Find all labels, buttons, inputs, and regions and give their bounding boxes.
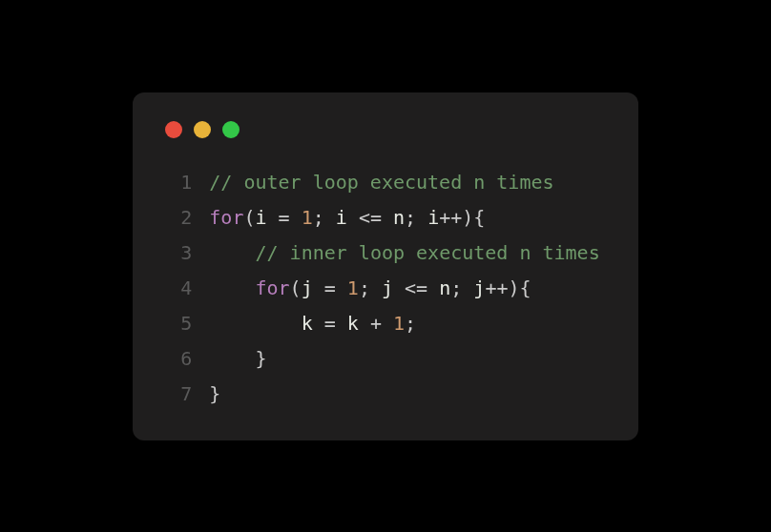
code-area[interactable]: 1// outer loop executed n times2for(i = …	[161, 165, 599, 412]
token-plain	[267, 206, 279, 229]
token-num: 1	[347, 276, 359, 299]
token-plain	[313, 276, 324, 299]
line-number: 5	[161, 306, 192, 341]
token-plain	[359, 312, 370, 335]
token-op: =	[279, 206, 290, 229]
maximize-icon[interactable]	[222, 121, 240, 138]
token-var: k	[347, 312, 359, 335]
token-plain	[416, 206, 427, 229]
token-semi: ;	[405, 206, 416, 229]
token-num: 1	[393, 312, 405, 335]
token-op: <=	[405, 276, 427, 299]
token-keyword: for	[209, 206, 243, 229]
token-num: 1	[302, 206, 313, 229]
code-content: // inner loop executed n times	[209, 235, 599, 271]
token-plain	[336, 276, 347, 299]
token-brace: }	[209, 382, 220, 405]
token-var: n	[439, 276, 450, 299]
token-plain	[347, 206, 359, 229]
token-plain	[324, 206, 336, 229]
token-op: ++	[439, 206, 462, 229]
token-paren: (	[290, 276, 302, 299]
code-line: 3 // inner loop executed n times	[161, 235, 599, 271]
code-line: 7}	[161, 377, 599, 412]
token-plain	[370, 276, 382, 299]
token-plain	[462, 276, 473, 299]
token-var: i	[255, 206, 266, 229]
token-var: i	[427, 206, 439, 229]
code-line: 5 k = k + 1;	[161, 306, 599, 341]
line-number: 7	[161, 377, 192, 412]
token-plain	[290, 206, 302, 229]
line-number: 3	[161, 235, 192, 271]
token-brace: {	[473, 206, 485, 229]
token-op: =	[324, 276, 336, 299]
minimize-icon[interactable]	[194, 121, 211, 138]
code-content: }	[209, 341, 266, 377]
token-comment: // outer loop executed n times	[209, 171, 553, 194]
token-op: =	[324, 312, 336, 335]
code-content: for(i = 1; i <= n; i++){	[209, 200, 485, 235]
token-var: j	[302, 276, 313, 299]
line-number: 4	[161, 271, 192, 306]
token-paren: )	[508, 276, 519, 299]
token-var: i	[336, 206, 347, 229]
line-number: 2	[161, 200, 192, 235]
code-line: 1// outer loop executed n times	[161, 165, 599, 200]
token-semi: ;	[405, 312, 416, 335]
token-brace: {	[520, 276, 531, 299]
token-var: k	[302, 312, 313, 335]
token-var: n	[393, 206, 405, 229]
window-controls	[165, 121, 599, 138]
token-paren: (	[243, 206, 255, 229]
token-semi: ;	[359, 276, 370, 299]
token-comment: // inner loop executed n times	[255, 241, 599, 264]
token-keyword: for	[255, 276, 289, 299]
code-line: 4 for(j = 1; j <= n; j++){	[161, 271, 599, 306]
code-content: for(j = 1; j <= n; j++){	[209, 271, 531, 306]
code-content: }	[209, 377, 220, 412]
token-brace: }	[255, 347, 266, 370]
code-line: 2for(i = 1; i <= n; i++){	[161, 200, 599, 235]
token-semi: ;	[313, 206, 324, 229]
token-plain	[382, 312, 393, 335]
token-plain	[336, 312, 347, 335]
token-plain	[313, 312, 324, 335]
code-editor-window: 1// outer loop executed n times2for(i = …	[133, 92, 637, 440]
token-op: <=	[359, 206, 382, 229]
code-line: 6 }	[161, 341, 599, 377]
token-op: ++	[485, 276, 508, 299]
token-op: +	[370, 312, 382, 335]
close-icon[interactable]	[165, 121, 182, 138]
token-var: j	[473, 276, 485, 299]
line-number: 1	[161, 165, 192, 200]
token-plain	[382, 206, 393, 229]
code-content: k = k + 1;	[209, 306, 416, 341]
token-plain	[427, 276, 439, 299]
token-semi: ;	[450, 276, 462, 299]
token-plain	[393, 276, 405, 299]
code-content: // outer loop executed n times	[209, 165, 553, 200]
token-paren: )	[462, 206, 473, 229]
token-var: j	[382, 276, 393, 299]
line-number: 6	[161, 341, 192, 377]
